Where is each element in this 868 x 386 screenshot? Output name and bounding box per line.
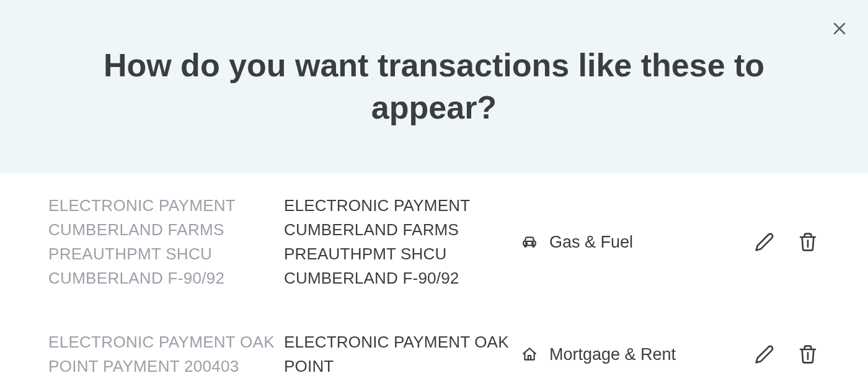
- delete-button[interactable]: [796, 343, 820, 366]
- display-transaction-text: ELECTRONIC PAYMENT OAK POINT: [284, 330, 520, 379]
- home-icon: [521, 346, 538, 363]
- transaction-rule-row: ELECTRONIC PAYMENT CUMBERLAND FARMS PREA…: [48, 174, 820, 310]
- close-button[interactable]: [828, 17, 851, 40]
- car-icon: [521, 233, 538, 251]
- category-cell: Gas & Fuel: [520, 233, 753, 252]
- delete-button[interactable]: [796, 230, 820, 254]
- edit-button[interactable]: [753, 343, 776, 366]
- dialog-header: How do you want transactions like these …: [0, 0, 868, 174]
- svg-point-3: [526, 243, 527, 244]
- dialog-title: How do you want transactions like these …: [93, 45, 775, 128]
- transaction-rules-list: ELECTRONIC PAYMENT CUMBERLAND FARMS PREA…: [0, 174, 868, 386]
- transaction-rule-row: ELECTRONIC PAYMENT OAK POINT PAYMENT 200…: [48, 310, 820, 386]
- category-cell: Mortgage & Rent: [520, 345, 753, 364]
- row-actions: [753, 343, 820, 366]
- row-actions: [753, 230, 820, 254]
- category-label: Gas & Fuel: [549, 233, 633, 252]
- edit-button[interactable]: [753, 230, 776, 254]
- display-transaction-text: ELECTRONIC PAYMENT CUMBERLAND FARMS PREA…: [284, 194, 520, 290]
- original-transaction-text: ELECTRONIC PAYMENT OAK POINT PAYMENT 200…: [48, 330, 284, 379]
- pencil-icon: [755, 344, 774, 364]
- close-icon: [832, 21, 847, 36]
- svg-point-4: [532, 243, 533, 244]
- trash-icon: [798, 344, 818, 364]
- category-label: Mortgage & Rent: [549, 345, 676, 364]
- pencil-icon: [755, 232, 774, 252]
- original-transaction-text: ELECTRONIC PAYMENT CUMBERLAND FARMS PREA…: [48, 194, 284, 290]
- trash-icon: [798, 232, 818, 252]
